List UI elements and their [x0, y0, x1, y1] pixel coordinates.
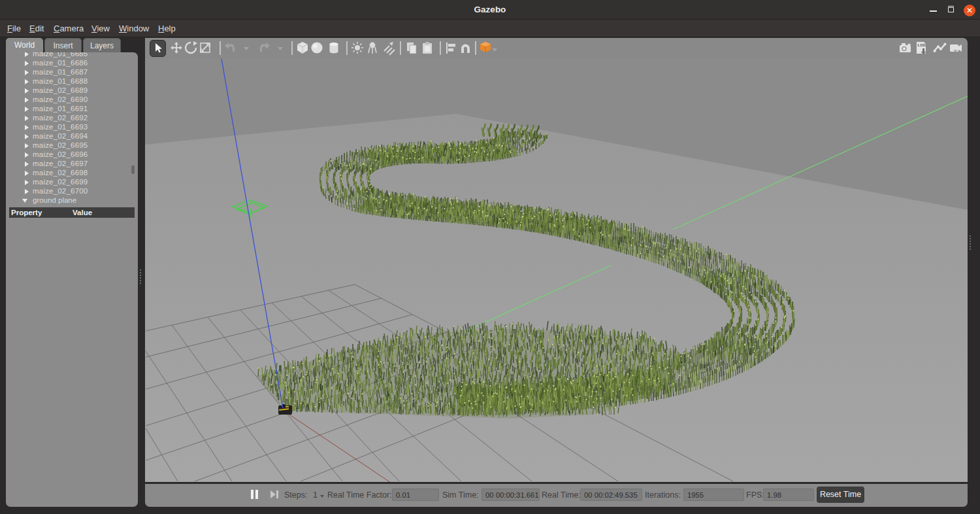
svg-text:LOG: LOG: [918, 43, 926, 47]
